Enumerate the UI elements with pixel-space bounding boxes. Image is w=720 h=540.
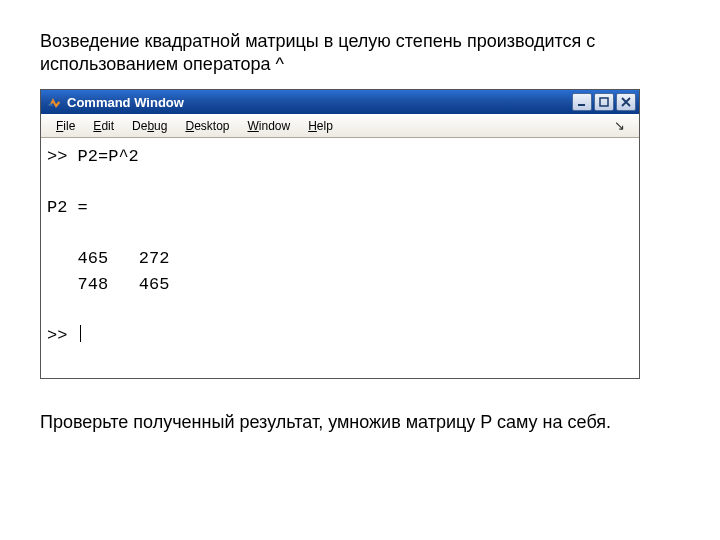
svg-rect-0 — [578, 104, 585, 106]
console-prompt: >> — [47, 326, 78, 345]
menu-file[interactable]: File — [47, 117, 84, 135]
console-line: 748 465 — [47, 275, 169, 294]
command-window: Command Window File Edit Debug Desktop W… — [40, 89, 640, 379]
console-line: >> P2=P^2 — [47, 147, 139, 166]
console-line: P2 = — [47, 198, 88, 217]
menu-window[interactable]: Window — [238, 117, 299, 135]
console-area[interactable]: >> P2=P^2 P2 = 465 272 748 465 >> — [41, 138, 639, 378]
menu-debug[interactable]: Debug — [123, 117, 176, 135]
menu-edit[interactable]: Edit — [84, 117, 123, 135]
caption-bottom: Проверьте полученный результат, умножив … — [40, 411, 680, 434]
minimize-button[interactable] — [572, 93, 592, 111]
titlebar: Command Window — [41, 90, 639, 114]
cursor-icon — [80, 325, 81, 342]
menu-desktop[interactable]: Desktop — [176, 117, 238, 135]
titlebar-title: Command Window — [67, 95, 572, 110]
menu-help[interactable]: Help — [299, 117, 342, 135]
close-button[interactable] — [616, 93, 636, 111]
caption-top: Возведение квадратной матрицы в целую ст… — [40, 30, 680, 75]
undock-icon[interactable]: ↘ — [606, 118, 633, 133]
maximize-button[interactable] — [594, 93, 614, 111]
svg-rect-1 — [600, 98, 608, 106]
matlab-app-icon — [46, 94, 62, 110]
menubar: File Edit Debug Desktop Window Help ↘ — [41, 114, 639, 138]
window-controls — [572, 93, 636, 111]
console-line: 465 272 — [47, 249, 169, 268]
